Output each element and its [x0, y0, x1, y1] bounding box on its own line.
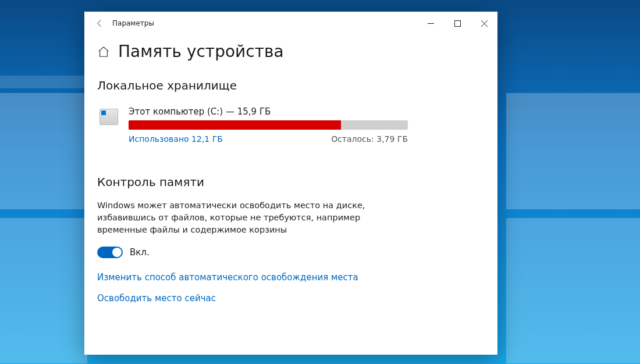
svg-rect-1 [454, 20, 460, 26]
wallpaper-beam [506, 218, 640, 363]
remaining-text: Осталось: 3,79 ГБ [331, 134, 408, 144]
drive-icon [99, 109, 118, 125]
close-icon [481, 20, 488, 27]
titlebar: Параметры [84, 12, 497, 35]
minimize-button[interactable] [417, 12, 444, 35]
maximize-icon [454, 20, 461, 27]
wallpaper-beam [0, 93, 87, 209]
arrow-left-icon [95, 19, 104, 28]
window-title: Параметры [112, 19, 154, 27]
toggle-state-label: Вкл. [130, 247, 150, 258]
minimize-icon [428, 20, 434, 27]
wallpaper-beam [0, 218, 87, 363]
free-space-now-link[interactable]: Освободить место сейчас [97, 293, 485, 304]
settings-window: Параметры Память устройства Локальное хр… [84, 12, 497, 355]
home-button[interactable] [97, 45, 110, 58]
usage-bar-fill [129, 120, 341, 130]
page-title: Память устройства [118, 42, 284, 61]
storage-sense-toggle[interactable] [97, 247, 123, 258]
toggle-knob [112, 248, 122, 257]
storage-sense-section: Контроль памяти Windows может автоматиче… [97, 175, 485, 304]
change-auto-free-link[interactable]: Изменить способ автоматического освобожд… [97, 272, 485, 283]
used-link[interactable]: Использовано 12,1 ГБ [129, 134, 223, 144]
disk-row[interactable]: Этот компьютер (C:) — 15,9 ГБ Использова… [97, 103, 485, 155]
close-button[interactable] [471, 12, 497, 35]
wallpaper-beam [0, 76, 87, 88]
content-area: Память устройства Локальное хранилище Эт… [84, 35, 497, 326]
storage-sense-description: Windows может автоматически освободить м… [97, 199, 388, 236]
wallpaper-beam [506, 93, 640, 209]
local-storage-heading: Локальное хранилище [97, 78, 485, 92]
disk-label: Этот компьютер (C:) — 15,9 ГБ [129, 106, 482, 117]
maximize-button[interactable] [444, 12, 471, 35]
back-button[interactable] [89, 12, 110, 35]
storage-sense-heading: Контроль памяти [97, 175, 485, 189]
page-heading-row: Память устройства [97, 42, 485, 61]
disk-footer: Использовано 12,1 ГБ Осталось: 3,79 ГБ [129, 134, 408, 144]
storage-sense-toggle-row: Вкл. [97, 247, 485, 258]
disk-info: Этот компьютер (C:) — 15,9 ГБ Использова… [129, 106, 482, 144]
usage-bar [129, 120, 408, 130]
home-icon [97, 45, 110, 58]
